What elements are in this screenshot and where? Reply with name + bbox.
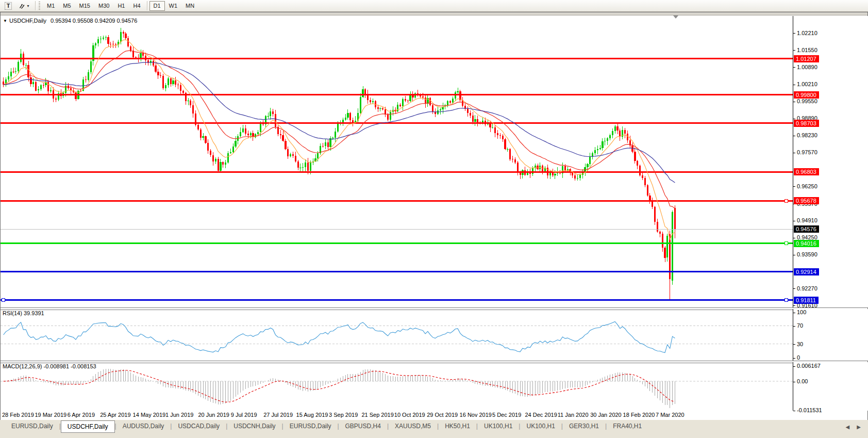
timeframe-button-m5[interactable]: M5 bbox=[59, 1, 75, 11]
chart-tabs-bar: EURUSD,Daily|USDCHF,Daily|AUDUSD,Daily|U… bbox=[0, 420, 868, 438]
rsi-tick-label: 0 bbox=[793, 354, 800, 361]
price-tick-label: 0.99550 bbox=[793, 98, 817, 104]
date-tick-label: 18 Feb 2020 bbox=[623, 412, 655, 418]
price-chart-canvas bbox=[1, 16, 793, 307]
collapse-ohlc-icon[interactable]: ▼ bbox=[3, 19, 7, 23]
chart-tab-ger30-h1[interactable]: GER30,H1 bbox=[563, 421, 605, 432]
chart-tab-eurusd-daily[interactable]: EURUSD,Daily bbox=[5, 421, 59, 432]
toolbar: T ▾ M1M5M15M30H1H4D1W1MN bbox=[0, 0, 868, 12]
price-level-badge[interactable]: 0.95678 bbox=[794, 197, 819, 204]
chart-tab-usdcad-daily[interactable]: USDCAD,Daily bbox=[172, 421, 226, 432]
rsi-current-value: 39.9391 bbox=[24, 310, 44, 316]
chart-ohlc-values: 0.95394 0.95508 0.94209 0.94576 bbox=[51, 18, 137, 24]
price-tick-label: 1.02210 bbox=[793, 30, 817, 36]
horizontal-level-lines[interactable] bbox=[1, 58, 793, 301]
timeframe-button-m15[interactable]: M15 bbox=[75, 1, 94, 11]
chart-title: ▼USDCHF,Daily0.95394 0.95508 0.94209 0.9… bbox=[3, 18, 137, 24]
candles-layer bbox=[3, 28, 676, 300]
price-chart-panel[interactable]: ▼USDCHF,Daily0.95394 0.95508 0.94209 0.9… bbox=[1, 16, 793, 307]
price-tick-label: 0.92270 bbox=[793, 285, 817, 291]
tabs-scroll-left-icon[interactable]: ◀ bbox=[846, 424, 850, 430]
price-level-badge[interactable]: 0.99800 bbox=[794, 91, 819, 99]
price-tick-label: 0.98230 bbox=[793, 132, 817, 138]
date-tick-label: 7 Mar 2020 bbox=[656, 412, 685, 418]
rsi-label: RSI(14) 39.9391 bbox=[3, 310, 44, 316]
price-level-badge[interactable]: 0.94016 bbox=[794, 240, 819, 247]
timeframe-button-h1[interactable]: H1 bbox=[113, 1, 129, 11]
date-tick-label: 10 Oct 2019 bbox=[394, 412, 425, 418]
macd-tick-label: 0.00 bbox=[793, 378, 808, 384]
price-level-badge[interactable]: 0.96803 bbox=[794, 168, 819, 175]
price-level-badge[interactable]: 0.92914 bbox=[794, 268, 819, 275]
rsi-panel[interactable]: RSI(14) 39.9391 bbox=[1, 309, 793, 361]
chart-tab-hk50-h1[interactable]: HK50,H1 bbox=[439, 421, 476, 432]
date-tick-label: 25 Apr 2019 bbox=[100, 412, 130, 418]
date-tick-label: 21 Sep 2019 bbox=[361, 412, 393, 418]
timeframe-button-m30[interactable]: M30 bbox=[94, 1, 113, 11]
text-tool-button[interactable]: T bbox=[3, 1, 14, 11]
chart-tab-gbpusd-h4[interactable]: GBPUSD,H4 bbox=[339, 421, 387, 432]
rsi-tick-label: 70 bbox=[793, 322, 803, 329]
price-tick-label: 1.00210 bbox=[793, 81, 817, 87]
macd-label: MACD(12,26,9) -0.008981 -0.008153 bbox=[3, 363, 96, 369]
chart-tab-uk100-h1[interactable]: UK100,H1 bbox=[478, 421, 519, 432]
macd-panel[interactable]: MACD(12,26,9) -0.008981 -0.008153 bbox=[1, 362, 793, 411]
date-tick-label: 1 Jun 2019 bbox=[165, 412, 193, 418]
price-tick-label: 0.94910 bbox=[793, 217, 817, 223]
chart-tab-xauusd-m5[interactable]: XAUUSD,M5 bbox=[389, 421, 437, 432]
date-tick-label: 28 Feb 2019 bbox=[2, 412, 34, 418]
timeframe-button-w1[interactable]: W1 bbox=[165, 1, 182, 11]
price-tick-label: 0.96250 bbox=[793, 183, 817, 189]
chart-scroll-strip[interactable] bbox=[1, 12, 867, 15]
current-price-badge: 0.94576 bbox=[794, 225, 819, 233]
timeframe-button-m1[interactable]: M1 bbox=[43, 1, 59, 11]
timeframe-button-mn[interactable]: MN bbox=[181, 1, 198, 11]
date-tick-label: 14 May 2019 bbox=[133, 412, 166, 418]
timeframe-button-h4[interactable]: H4 bbox=[129, 1, 144, 11]
price-level-badge[interactable]: 0.98703 bbox=[794, 120, 819, 127]
date-tick-label: 5 Dec 2019 bbox=[492, 412, 521, 418]
chart-tab-usdcnh-daily[interactable]: USDCNH,Daily bbox=[227, 421, 281, 432]
macd-current-values: -0.008981 -0.008153 bbox=[43, 363, 96, 369]
date-tick-label: 29 Oct 2019 bbox=[427, 412, 458, 418]
macd-axis: 0.0061670.00-0.011531 bbox=[793, 362, 868, 411]
date-tick-label: 15 Aug 2019 bbox=[296, 412, 328, 418]
price-level-badge[interactable]: 1.01207 bbox=[794, 55, 819, 62]
macd-tick-label: 0.006167 bbox=[793, 363, 821, 369]
macd-canvas bbox=[1, 362, 793, 411]
date-tick-label: 11 Jan 2020 bbox=[558, 412, 589, 418]
scroll-position-marker[interactable] bbox=[673, 15, 678, 19]
chart-tab-uk100-h1[interactable]: UK100,H1 bbox=[520, 421, 561, 432]
arrow-objects-button[interactable]: ▾ bbox=[15, 1, 32, 11]
moving-average-lines bbox=[4, 40, 675, 240]
chart-tabs: EURUSD,Daily|USDCHF,Daily|AUDUSD,Daily|U… bbox=[5, 421, 648, 433]
toolbar-separator bbox=[35, 1, 36, 10]
rsi-axis: 10070300 bbox=[793, 309, 868, 361]
date-tick-label: 16 Nov 2019 bbox=[460, 412, 492, 418]
tabs-scroll-right-icon[interactable]: ▶ bbox=[857, 424, 861, 430]
price-level-badge[interactable]: 0.91811 bbox=[794, 297, 819, 304]
price-axis[interactable]: 1.022101.015501.008901.002100.995500.988… bbox=[793, 16, 868, 307]
chart-tab-audusd-daily[interactable]: AUDUSD,Daily bbox=[116, 421, 171, 432]
price-tick-label: 0.93590 bbox=[793, 251, 817, 257]
time-axis[interactable]: 28 Feb 201919 Mar 20196 Apr 201925 Apr 2… bbox=[1, 411, 793, 419]
date-tick-label: 24 Dec 2019 bbox=[525, 412, 557, 418]
chart-tab-usdchf-daily[interactable]: USDCHF,Daily bbox=[61, 420, 115, 433]
macd-histogram-and-signal bbox=[1, 369, 793, 408]
chart-tab-fra40-h1[interactable]: FRA40,H1 bbox=[607, 421, 648, 432]
price-tick-label: 0.97570 bbox=[793, 149, 817, 155]
tabs-scroll-arrows: ◀ ▶ bbox=[846, 421, 861, 430]
timeframe-toolbar: M1M5M15M30H1H4D1W1MN bbox=[43, 0, 198, 11]
date-tick-label: 30 Jan 2020 bbox=[590, 412, 622, 418]
price-tick-label: 1.00890 bbox=[793, 64, 817, 70]
timeframe-button-d1[interactable]: D1 bbox=[149, 1, 165, 11]
date-tick-label: 3 Sep 2019 bbox=[329, 412, 358, 418]
rsi-name: RSI(14) bbox=[3, 310, 22, 316]
rsi-canvas bbox=[1, 309, 793, 361]
toolbar-grip[interactable] bbox=[39, 2, 40, 10]
macd-name: MACD(12,26,9) bbox=[3, 363, 42, 369]
macd-tick-label: -0.011531 bbox=[793, 407, 822, 413]
price-tick-label: 1.01550 bbox=[793, 47, 817, 53]
text-tool-icon: T bbox=[5, 2, 12, 10]
chart-tab-eurusd-daily[interactable]: EURUSD,Daily bbox=[283, 421, 338, 432]
